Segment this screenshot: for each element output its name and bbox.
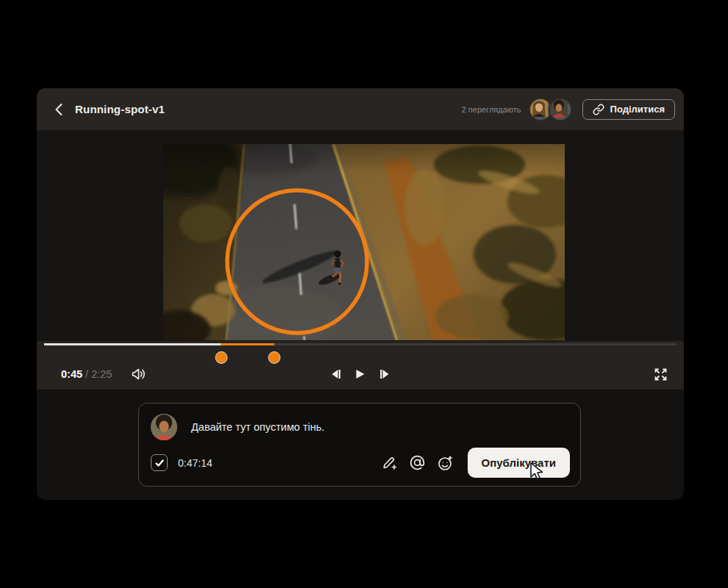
viewer-avatars bbox=[529, 98, 572, 121]
play-button[interactable] bbox=[355, 368, 366, 380]
video-frame[interactable] bbox=[163, 144, 565, 340]
fullscreen-button[interactable] bbox=[654, 368, 668, 381]
smiley-plus-icon bbox=[437, 454, 454, 472]
mention-button[interactable] bbox=[409, 454, 427, 472]
emoji-button[interactable] bbox=[437, 454, 454, 472]
progress-track[interactable] bbox=[44, 343, 677, 345]
video-stage bbox=[37, 130, 684, 341]
playback-steps bbox=[331, 359, 390, 390]
share-button[interactable]: Поділитися bbox=[582, 99, 675, 120]
comment-range bbox=[221, 343, 274, 345]
checkmark-icon bbox=[154, 458, 165, 468]
play-icon bbox=[355, 368, 366, 380]
viewers-count: 2 переглядають bbox=[462, 105, 521, 114]
link-icon bbox=[593, 104, 604, 115]
at-sign-icon bbox=[409, 454, 426, 471]
comment-text-input[interactable]: Давайте тут опустимо тінь. bbox=[191, 421, 324, 433]
transport-controls: 0:45 / 2:25 bbox=[37, 359, 684, 390]
annotate-button[interactable] bbox=[381, 454, 399, 472]
review-window: Running-spot-v1 2 переглядають bbox=[37, 88, 684, 500]
comment-author-avatar bbox=[151, 414, 177, 440]
pencil-plus-icon bbox=[381, 454, 399, 472]
step-forward-button[interactable] bbox=[379, 368, 390, 380]
comment-card: Давайте тут опустимо тінь. 0:47:14 bbox=[138, 403, 581, 487]
page-title: Running-spot-v1 bbox=[75, 103, 165, 115]
next-frame-icon bbox=[379, 368, 390, 380]
duration: 2:25 bbox=[91, 368, 112, 380]
top-bar: Running-spot-v1 2 переглядають bbox=[37, 88, 684, 130]
progress-played bbox=[44, 343, 221, 345]
time-display: 0:45 / 2:25 bbox=[61, 368, 112, 380]
transport-bar: 0:45 / 2:25 bbox=[37, 341, 684, 390]
previous-frame-icon bbox=[331, 368, 343, 380]
time-separator: / bbox=[82, 368, 91, 380]
chevron-left-icon bbox=[54, 103, 64, 116]
speaker-icon bbox=[131, 367, 147, 381]
volume-button[interactable] bbox=[131, 367, 147, 381]
publish-button[interactable]: Опублікувати bbox=[468, 448, 570, 478]
avatar-viewer-2[interactable] bbox=[549, 98, 572, 121]
comment-timecode: 0:47:14 bbox=[178, 457, 213, 469]
comment-area: Давайте тут опустимо тінь. 0:47:14 bbox=[37, 390, 684, 500]
share-button-label: Поділитися bbox=[610, 104, 665, 115]
expand-arrows-icon bbox=[654, 368, 668, 381]
current-time: 0:45 bbox=[61, 368, 82, 380]
timestamp-checkbox[interactable] bbox=[151, 454, 168, 471]
back-button[interactable] bbox=[49, 99, 69, 120]
step-back-button[interactable] bbox=[331, 368, 343, 380]
